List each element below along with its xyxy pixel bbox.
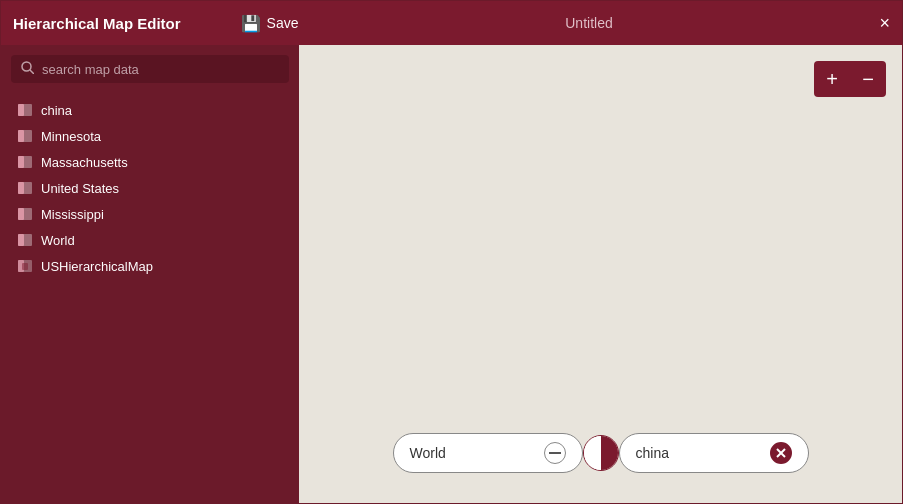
connector-left bbox=[584, 436, 601, 470]
svg-rect-9 bbox=[18, 182, 24, 194]
hierarchical-map-icon bbox=[17, 258, 33, 274]
svg-line-1 bbox=[30, 70, 34, 74]
search-box bbox=[11, 55, 289, 83]
search-icon bbox=[21, 61, 34, 77]
node-world-label: World bbox=[410, 445, 534, 461]
node-world: World bbox=[393, 433, 583, 473]
search-input[interactable] bbox=[42, 62, 279, 77]
app-title: Hierarchical Map Editor bbox=[13, 15, 181, 32]
map-icon bbox=[17, 232, 33, 248]
svg-rect-5 bbox=[18, 130, 24, 142]
zoom-in-button[interactable]: + bbox=[814, 61, 850, 97]
svg-rect-7 bbox=[18, 156, 24, 168]
sidebar-item-massachusetts[interactable]: Massachusetts bbox=[1, 149, 299, 175]
map-canvas[interactable]: + − World bbox=[299, 45, 902, 503]
sidebar-item-minnesota[interactable]: Minnesota bbox=[1, 123, 299, 149]
save-icon: 💾 bbox=[241, 14, 261, 33]
sidebar-item-world[interactable]: World bbox=[1, 227, 299, 253]
map-icon bbox=[17, 102, 33, 118]
sidebar-item-label-massachusetts: Massachusetts bbox=[41, 155, 128, 170]
sidebar-item-label-united-states: United States bbox=[41, 181, 119, 196]
map-icon bbox=[17, 180, 33, 196]
close-button[interactable]: × bbox=[879, 13, 890, 34]
zoom-out-button[interactable]: − bbox=[850, 61, 886, 97]
nodes-area: World china bbox=[393, 433, 809, 473]
main-content: china Minnesota Massachusetts bbox=[1, 45, 902, 503]
sidebar-list: china Minnesota Massachusetts bbox=[1, 93, 299, 283]
svg-point-0 bbox=[22, 62, 31, 71]
zoom-controls: + − bbox=[814, 61, 886, 97]
app-window: Hierarchical Map Editor 💾 Save Untitled … bbox=[0, 0, 903, 504]
sidebar: china Minnesota Massachusetts bbox=[1, 45, 299, 503]
node-china: china bbox=[619, 433, 809, 473]
node-china-close-button[interactable] bbox=[770, 442, 792, 464]
sidebar-item-ushierarchicalmap[interactable]: USHierarchicalMap bbox=[1, 253, 299, 279]
sidebar-item-mississippi[interactable]: Mississippi bbox=[1, 201, 299, 227]
sidebar-item-label-minnesota: Minnesota bbox=[41, 129, 101, 144]
sidebar-item-united-states[interactable]: United States bbox=[1, 175, 299, 201]
document-title: Untitled bbox=[298, 15, 879, 31]
save-label: Save bbox=[267, 15, 299, 31]
sidebar-item-label-china: china bbox=[41, 103, 72, 118]
svg-rect-3 bbox=[18, 104, 24, 116]
svg-rect-13 bbox=[18, 234, 24, 246]
node-world-minus-button[interactable] bbox=[544, 442, 566, 464]
sidebar-item-label-mississippi: Mississippi bbox=[41, 207, 104, 222]
sidebar-item-label-world: World bbox=[41, 233, 75, 248]
sidebar-item-label-ushierarchicalmap: USHierarchicalMap bbox=[41, 259, 153, 274]
map-icon bbox=[17, 128, 33, 144]
map-icon bbox=[17, 206, 33, 222]
save-button[interactable]: 💾 Save bbox=[241, 14, 299, 33]
svg-rect-11 bbox=[18, 208, 24, 220]
svg-rect-16 bbox=[22, 263, 28, 270]
search-container bbox=[1, 45, 299, 93]
connector-icon bbox=[583, 435, 619, 471]
map-icon bbox=[17, 154, 33, 170]
header: Hierarchical Map Editor 💾 Save Untitled … bbox=[1, 1, 902, 45]
sidebar-item-china[interactable]: china bbox=[1, 97, 299, 123]
node-china-label: china bbox=[636, 445, 760, 461]
connector-right bbox=[601, 436, 618, 470]
